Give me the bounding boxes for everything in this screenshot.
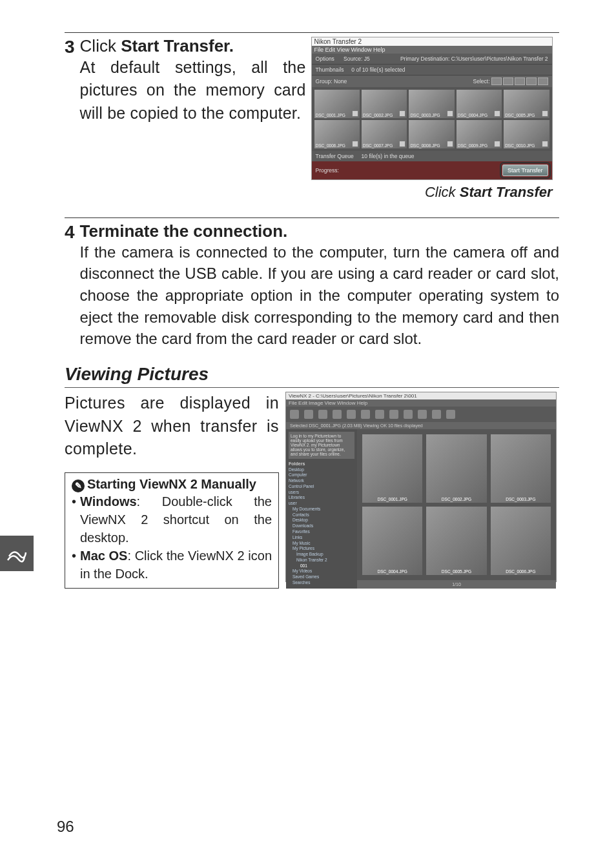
aside-title-text: Starting ViewNX 2 Manually — [87, 477, 256, 491]
checkbox-icon — [494, 141, 500, 147]
thumb-item: DSC_0003.JPG — [409, 90, 454, 118]
thumb-filename: DSC_0005.JPG — [505, 113, 535, 117]
viewnx-status: 1/10 — [357, 580, 556, 589]
thumb-item: DSC_0009.JPG — [457, 120, 502, 148]
rule-top — [65, 32, 559, 33]
thumb-filename: DSC_0002.JPG — [442, 497, 471, 501]
toolbar-icon — [304, 410, 313, 419]
step-3-number: 3 — [65, 37, 75, 57]
step-3-title-bold: Start Transfer. — [121, 36, 234, 56]
viewnx-thumb-grid: DSC_0001.JPG DSC_0002.JPG DSC_0003.JPG D… — [357, 429, 556, 580]
toolbar-icon — [404, 410, 413, 419]
tw-queue-info: 10 file(s) in the queue — [362, 153, 415, 159]
thumb-filename: DSC_0003.JPG — [506, 497, 535, 501]
tw-queue-label: Transfer Queue — [316, 153, 354, 159]
toolbar-icon — [361, 410, 370, 419]
tree-item: My Videos — [289, 569, 354, 574]
tw-thumbnails-label: Thumbnails — [316, 66, 344, 73]
tree-item: My Music — [289, 541, 354, 547]
tw-thumbnails-info: 0 of 10 file(s) selected — [351, 66, 405, 73]
thumb-item: DSC_0004.JPG — [362, 507, 422, 575]
viewnx-menu: File Edit Image View Window Help — [286, 399, 556, 407]
tree-item: Desktop — [289, 518, 354, 523]
step-3-title: Click Start Transfer. — [80, 37, 306, 56]
step-4-title-text: Terminate the connection. — [80, 221, 288, 241]
step-4: 4 Terminate the connection. If the camer… — [65, 222, 559, 350]
transfer-window-title: Nikon Transfer 2 — [312, 37, 552, 46]
tw-dest-label: Primary Destination: C:\Users\user\Pictu… — [400, 56, 548, 62]
thumb-item: DSC_0001.JPG — [314, 90, 360, 118]
tree-item: Computer — [289, 472, 354, 478]
select-chip-icon — [538, 77, 548, 85]
tw-progress-label: Progress: — [316, 167, 339, 174]
tree-item: Saved Games — [289, 574, 354, 580]
transfer-thumb-grid: DSC_0001.JPG DSC_0002.JPG DSC_0003.JPG D… — [312, 87, 552, 151]
checkbox-icon — [399, 141, 406, 147]
toolbar-icon — [290, 410, 299, 419]
tw-source-label: Source: J5 — [344, 56, 370, 62]
thumb-item: DSC_0007.JPG — [362, 120, 407, 148]
toolbar-icon — [432, 410, 441, 419]
thumb-item: DSC_0010.JPG — [504, 120, 549, 148]
toolbar-icon — [389, 410, 398, 419]
toolbar-icon — [333, 410, 342, 419]
aside-os-label: Mac OS — [80, 549, 127, 563]
toolbar-icon — [418, 410, 427, 419]
tree-item: Downloads — [289, 523, 354, 529]
viewnx-folders-label: Folders — [289, 461, 354, 466]
viewnx-status-value: 1/10 — [452, 582, 461, 587]
toolbar-icon — [347, 410, 356, 419]
thumb-item: DSC_0008.JPG — [409, 120, 454, 148]
toolbar-icon — [446, 410, 455, 419]
thumb-filename: DSC_0004.JPG — [378, 569, 407, 574]
thumb-filename: DSC_0008.JPG — [410, 143, 440, 148]
pencil-icon: ✎ — [72, 479, 85, 492]
select-chip-icon — [491, 77, 502, 85]
tree-item: Contacts — [289, 512, 354, 518]
start-transfer-button[interactable]: Start Transfer — [502, 165, 548, 176]
thumb-item: DSC_0004.JPG — [457, 90, 502, 118]
thumb-item: DSC_0006.JPG — [491, 507, 551, 575]
thumb-item: DSC_0001.JPG — [362, 434, 422, 503]
thumb-item: DSC_0005.JPG — [504, 90, 549, 118]
thumb-filename: DSC_0006.JPG — [316, 143, 345, 148]
tw-group-label: Group: — [316, 78, 333, 85]
heading-viewing-pictures: Viewing Pictures — [65, 364, 559, 385]
tree-item: Image Backup — [289, 552, 354, 558]
caption-prefix: Click — [425, 184, 460, 200]
rule-step4 — [65, 217, 559, 218]
thumb-item: DSC_0002.JPG — [426, 434, 486, 503]
transfer-window-menu: File Edit View Window Help — [312, 46, 552, 54]
viewing-body: Pictures are displayed in ViewNX 2 when … — [65, 392, 279, 461]
aside-starting-viewnx: ✎Starting ViewNX 2 Manually Windows: Dou… — [65, 472, 279, 589]
tree-item: My Documents — [289, 507, 354, 512]
thumb-filename: DSC_0001.JPG — [316, 113, 345, 117]
checkbox-icon — [352, 141, 358, 147]
thumb-filename: DSC_0001.JPG — [378, 497, 407, 501]
checkbox-icon — [542, 141, 548, 147]
select-chip-icon — [503, 77, 513, 85]
thumb-filename: DSC_0004.JPG — [458, 113, 488, 117]
tree-item: user — [289, 501, 354, 507]
thumb-item: DSC_0006.JPG — [314, 120, 360, 148]
tree-item: Desktop — [289, 467, 354, 473]
thumb-item: DSC_0003.JPG — [491, 434, 551, 503]
checkbox-icon — [494, 110, 500, 117]
toolbar-icon — [375, 410, 384, 419]
connectivity-icon — [6, 543, 27, 564]
step-4-number: 4 — [65, 222, 75, 243]
page-number: 96 — [57, 818, 74, 836]
thumb-filename: DSC_0007.JPG — [363, 143, 393, 148]
aside-item-windows: Windows: Double-click the ViewNX 2 short… — [72, 492, 272, 547]
step-4-body: If the camera is connected to the comput… — [80, 241, 559, 350]
tree-item: users — [289, 490, 354, 496]
thumb-filename: DSC_0003.JPG — [410, 113, 440, 117]
checkbox-icon — [352, 110, 358, 117]
side-tab-connectivity — [0, 536, 34, 571]
tree-item: My Pictures — [289, 546, 354, 552]
tree-item: Links — [289, 535, 354, 541]
viewnx-sidebar: Log in to my Picturetown to easily uploa… — [286, 429, 357, 589]
tree-item: Nikon Transfer 2 — [289, 558, 354, 563]
thumb-filename: DSC_0006.JPG — [506, 569, 535, 574]
select-chip-icon — [515, 77, 525, 85]
